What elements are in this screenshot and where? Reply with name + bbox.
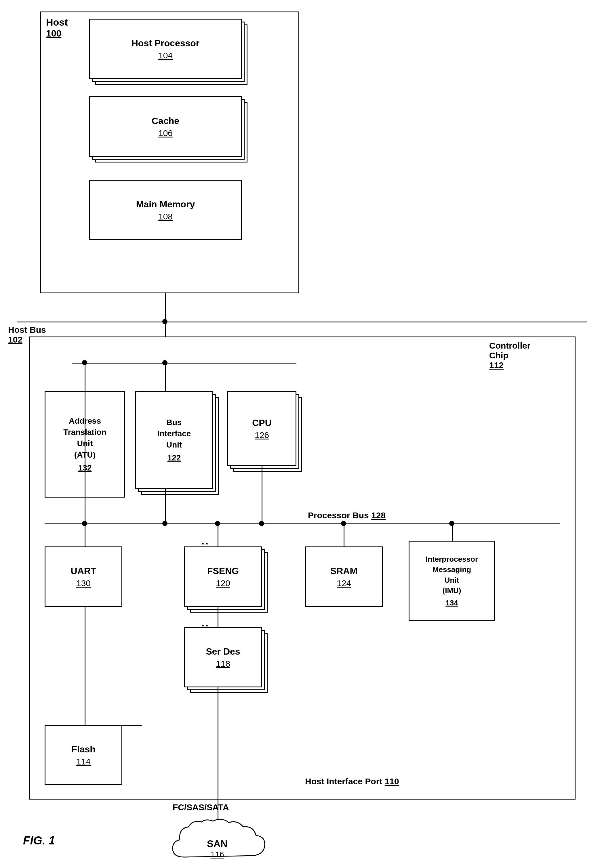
pbus-to-sram-vline xyxy=(344,524,344,547)
biu-box: Bus Interface Unit 122 xyxy=(135,391,213,489)
pbus-cpu-dot xyxy=(259,521,264,526)
atu-to-pbus-vline xyxy=(84,391,86,524)
fig-label: FIG. 1 xyxy=(23,834,55,847)
fc-sas-sata-label: FC/SAS/SATA xyxy=(173,802,229,812)
controller-chip-label: Controller Chip 112 xyxy=(489,341,530,370)
biu-to-pbus-vline xyxy=(165,489,166,524)
host-bus-hline xyxy=(17,321,587,322)
to-flash-hline xyxy=(84,725,142,726)
to-atu-vline xyxy=(84,363,86,392)
cpu-to-pbus-vline xyxy=(261,466,263,524)
split-to-biu-vline xyxy=(165,363,166,392)
svg-text:116: 116 xyxy=(210,850,224,859)
sram-box: SRAM 124 xyxy=(305,547,383,607)
pbus-to-uart-vline xyxy=(84,524,86,547)
pbus-to-imu-vline xyxy=(452,524,453,541)
diagram: Host 100 Host Processor 104 Cache 106 Ma… xyxy=(0,0,602,868)
main-memory-box: Main Memory 108 xyxy=(89,180,242,240)
svg-text:SAN: SAN xyxy=(207,838,227,849)
san-cloud: SAN 116 xyxy=(161,817,276,868)
fseng-box: FSENG 120 xyxy=(184,547,262,607)
processor-bus-label: Processor Bus 128 xyxy=(308,510,385,520)
host-interface-port-label: Host Interface Port 110 xyxy=(305,776,399,786)
pbus-imu-dot xyxy=(449,521,455,526)
serdes-to-san-vline xyxy=(218,687,218,820)
cache-box: Cache 106 xyxy=(89,96,242,157)
split-to-atu-hline xyxy=(84,363,166,364)
host-label: Host xyxy=(46,17,68,28)
atu-split-dot xyxy=(82,360,87,365)
fseng-dots: ·· xyxy=(201,538,209,550)
imu-box: Interprocessor Messaging Unit (IMU) 134 xyxy=(408,541,495,621)
pbus-fseng-dot xyxy=(215,521,220,526)
serdes-dots: ·· xyxy=(201,620,209,632)
host-to-bus-vline xyxy=(165,293,166,322)
serdes-box: Ser Des 118 xyxy=(184,627,262,687)
host-processor-box: Host Processor 104 xyxy=(89,19,242,79)
fseng-to-serdes-vline xyxy=(218,607,218,628)
cpu-box: CPU 126 xyxy=(227,391,296,466)
processor-bus-hline xyxy=(45,524,560,524)
host-num: 100 xyxy=(46,28,61,39)
uart-to-flash-vline xyxy=(84,607,86,725)
pbus-sram-dot xyxy=(341,521,346,526)
pbus-to-fseng-vline xyxy=(218,524,218,547)
flash-box: Flash 114 xyxy=(45,725,122,785)
pbus-biu-dot xyxy=(162,521,167,526)
uart-box: UART 130 xyxy=(45,547,122,607)
